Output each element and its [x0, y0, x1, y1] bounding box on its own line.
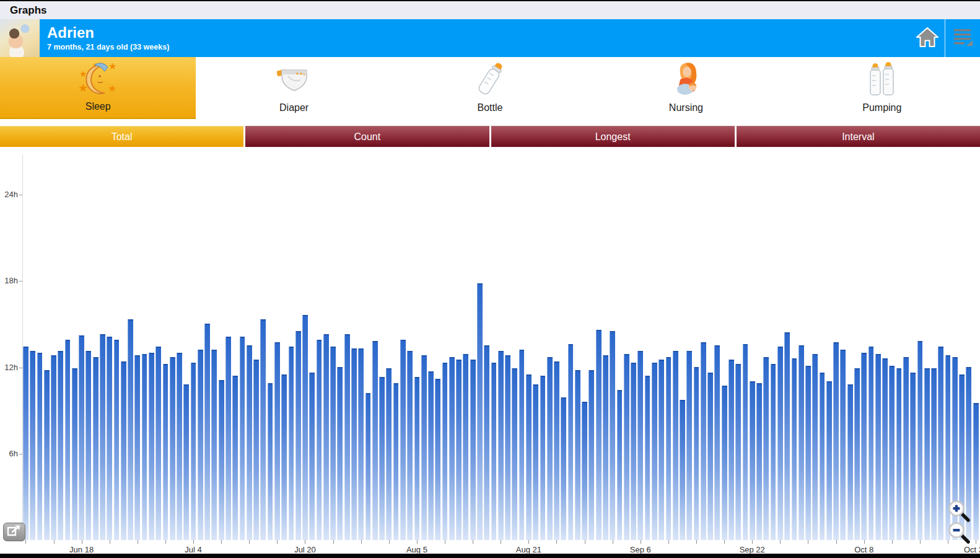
nursing-icon — [667, 59, 705, 101]
bar — [792, 358, 797, 540]
x-tick — [54, 540, 55, 544]
x-tick — [389, 540, 390, 544]
bar — [505, 355, 510, 540]
subtab-longest[interactable]: Longest — [491, 126, 735, 147]
bar — [344, 334, 350, 540]
sleep-total-chart: 24h 18h 12h 6h Jun 18Jul 4Jul 20Aug 5Aug… — [0, 147, 980, 554]
x-axis-label: Sep 6 — [618, 545, 663, 554]
chart-canvas[interactable] — [23, 147, 980, 540]
y-tick-24h — [19, 195, 22, 195]
bar — [686, 351, 692, 540]
bar — [51, 355, 56, 540]
bar — [442, 363, 448, 540]
bar — [337, 367, 343, 540]
tab-bottle[interactable]: Bottle — [392, 57, 588, 119]
bar — [149, 353, 154, 540]
bar — [540, 376, 546, 540]
x-tick — [808, 540, 808, 544]
bar — [155, 347, 161, 540]
bar — [142, 354, 147, 540]
x-tick — [193, 540, 194, 544]
x-tick — [82, 540, 82, 544]
bar — [23, 347, 28, 540]
bar — [854, 368, 860, 540]
bar — [93, 357, 98, 540]
bar — [386, 368, 392, 540]
bar — [798, 345, 804, 540]
home-icon — [915, 26, 940, 51]
y-tick-label-12h: 12h — [0, 363, 18, 372]
metric-tab-bar: Total Count Longest Interval — [0, 126, 980, 147]
bar — [938, 347, 943, 540]
tab-sleep[interactable]: ★ ★ ★ ★ ★ Sleep — [0, 57, 196, 119]
bar — [512, 368, 517, 540]
bar — [191, 363, 196, 540]
bar — [232, 376, 238, 540]
bar — [79, 335, 84, 540]
baby-avatar[interactable] — [0, 19, 40, 57]
baby-header: Adrien 7 months, 21 days old (33 weeks) — [0, 19, 980, 57]
x-tick — [473, 540, 473, 544]
bar — [170, 357, 175, 540]
bar — [847, 384, 853, 540]
x-axis-label: Jul 4 — [170, 545, 216, 554]
bar — [561, 397, 566, 540]
bar — [631, 363, 636, 540]
bar — [204, 324, 210, 540]
bar — [826, 381, 832, 540]
bar — [805, 366, 811, 540]
bar — [526, 374, 532, 540]
x-axis-label: Oct 8 — [841, 545, 887, 554]
export-button[interactable] — [3, 523, 25, 541]
x-tick — [249, 540, 250, 544]
bar — [637, 351, 643, 540]
bar — [44, 370, 50, 540]
bar — [784, 332, 790, 540]
bar — [72, 368, 77, 540]
bottle-icon — [470, 59, 510, 101]
x-tick — [417, 540, 418, 544]
bar — [707, 373, 713, 540]
bar — [463, 354, 468, 540]
svg-text:★★: ★★ — [295, 71, 304, 76]
bar — [365, 393, 371, 540]
x-tick — [752, 540, 753, 544]
bar — [114, 340, 120, 540]
tab-diaper[interactable]: ★★ ★ Diaper — [196, 57, 392, 119]
subtab-total[interactable]: Total — [0, 126, 243, 147]
page-title: Graphs — [10, 4, 47, 17]
tab-nursing[interactable]: Nursing — [588, 57, 784, 119]
tab-pumping[interactable]: Pumping — [784, 57, 980, 119]
bar — [372, 341, 378, 540]
bar — [666, 357, 672, 540]
subtab-interval[interactable]: Interval — [737, 126, 980, 147]
baby-name: Adrien — [47, 25, 169, 41]
tab-pumping-label: Pumping — [862, 102, 901, 113]
zoom-in-button[interactable] — [947, 499, 971, 523]
subtab-count-label: Count — [354, 131, 381, 143]
bar — [274, 342, 280, 540]
bar — [680, 400, 685, 540]
x-axis-label: Jul 20 — [282, 545, 328, 554]
zoom-out-button[interactable] — [947, 521, 971, 544]
bar — [253, 360, 259, 540]
bar — [268, 383, 273, 540]
home-button[interactable] — [910, 19, 945, 57]
pumping-icon — [862, 59, 902, 101]
baby-age: 7 months, 21 days old (33 weeks) — [47, 43, 169, 51]
bar — [771, 364, 776, 540]
bar — [889, 366, 895, 540]
bar — [820, 373, 825, 540]
bar — [624, 354, 629, 540]
tab-sleep-label: Sleep — [85, 101, 111, 112]
menu-button[interactable] — [945, 19, 980, 57]
subtab-count[interactable]: Count — [245, 126, 489, 147]
bar — [714, 345, 720, 540]
y-tick-12h — [19, 368, 22, 368]
svg-text:★: ★ — [108, 61, 116, 72]
bar — [247, 345, 252, 540]
bar — [484, 345, 489, 540]
bar — [910, 373, 916, 540]
bar — [177, 353, 182, 540]
x-tick — [556, 540, 557, 544]
